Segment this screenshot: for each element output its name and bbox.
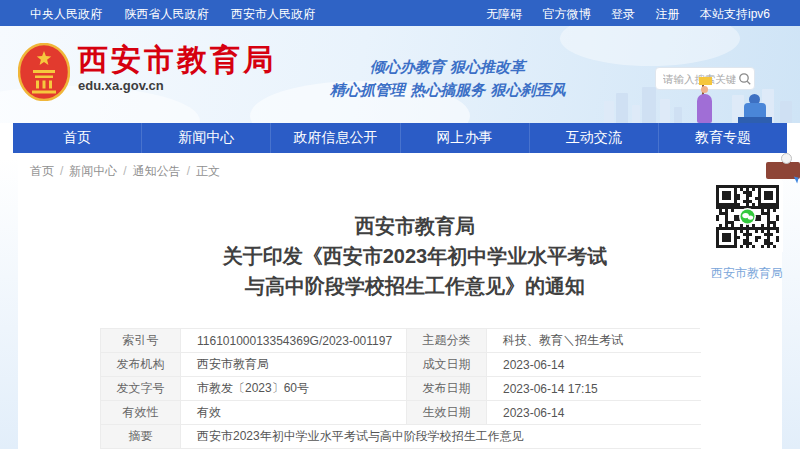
site-logo[interactable]: 西安市教育局 edu.xa.gov.cn — [18, 43, 276, 105]
meta-value: 有效 — [181, 401, 407, 425]
qr-caption: 西安市教育局 — [711, 265, 783, 282]
topbar-right-links: 无障碍 官方微博 登录 注册 本站支持ipv6 — [470, 4, 770, 23]
article-title-line-2: 关于印发《西安市2023年初中学业水平考试 — [100, 241, 730, 271]
meta-label-summary: 摘要 — [101, 425, 181, 449]
breadcrumb-separator: / — [123, 164, 126, 178]
article-title-line-1: 西安市教育局 — [100, 211, 730, 241]
meta-value: 科技、教育＼招生考试 — [487, 329, 701, 353]
topbar-link-ipv6[interactable]: 本站支持ipv6 — [700, 7, 770, 21]
meta-label: 成文日期 — [407, 353, 487, 377]
nav-item-special-topics[interactable]: 教育专题 — [658, 123, 787, 153]
site-url: edu.xa.gov.cn — [78, 78, 276, 93]
breadcrumb-news[interactable]: 新闻中心 — [69, 164, 117, 178]
logo-text: 西安市教育局 edu.xa.gov.cn — [78, 43, 276, 93]
meta-value: 2023-06-14 — [487, 353, 701, 377]
article-title-line-3: 与高中阶段学校招生工作意见》的通知 — [100, 271, 730, 301]
topbar-left-links: 中央人民政府 陕西省人民政府 西安市人民政府 — [30, 4, 333, 23]
topbar-link-xian-gov[interactable]: 西安市人民政府 — [231, 7, 315, 21]
meta-value: 2023-06-14 — [487, 401, 701, 425]
meta-label: 发文字号 — [101, 377, 181, 401]
national-emblem-icon — [18, 43, 70, 105]
breadcrumb: 首页/新闻中心/通知公告/正文 — [30, 163, 220, 180]
site-name: 西安市教育局 — [78, 43, 276, 77]
nav-item-online-services[interactable]: 网上办事 — [400, 123, 529, 153]
breadcrumb-notices[interactable]: 通知公告 — [133, 164, 181, 178]
main-nav: 首页 新闻中心 政府信息公开 网上办事 互动交流 教育专题 — [13, 123, 787, 153]
meta-label: 生效日期 — [407, 401, 487, 425]
topbar-link-login[interactable]: 登录 — [611, 7, 635, 21]
meta-label: 有效性 — [101, 401, 181, 425]
breadcrumb-separator: / — [187, 164, 190, 178]
meta-table: 索引号 11610100013354369G/2023-001197 主题分类 … — [100, 328, 700, 449]
breadcrumb-home[interactable]: 首页 — [30, 164, 54, 178]
topbar: 中央人民政府 陕西省人民政府 西安市人民政府 无障碍 官方微博 登录 注册 本站… — [0, 0, 800, 26]
topbar-link-weibo[interactable]: 官方微博 — [543, 7, 591, 21]
qr-code — [712, 181, 783, 252]
widget-arrow-icon — [792, 176, 798, 183]
meta-label: 主题分类 — [407, 329, 487, 353]
nav-item-interaction[interactable]: 互动交流 — [529, 123, 658, 153]
qr-panel: 西安市教育局 — [711, 181, 783, 282]
meta-value: 市教发〔2023〕60号 — [181, 377, 407, 401]
topbar-link-central-gov[interactable]: 中央人民政府 — [30, 7, 102, 21]
banner-illustration — [590, 73, 800, 123]
breadcrumb-separator: / — [60, 164, 63, 178]
meta-value: 西安市教育局 — [181, 353, 407, 377]
meta-value: 11610100013354369G/2023-001197 — [181, 329, 407, 353]
slogan-line-1: 倾心办教育 狠心推改革 — [330, 56, 565, 79]
meta-label: 发布日期 — [407, 377, 487, 401]
widget-close-icon[interactable] — [781, 153, 792, 164]
topbar-link-accessibility[interactable]: 无障碍 — [486, 7, 522, 21]
nav-item-home[interactable]: 首页 — [13, 123, 141, 153]
article-title: 西安市教育局 关于印发《西安市2023年初中学业水平考试 与高中阶段学校招生工作… — [100, 211, 730, 301]
header-banner: 西安市教育局 edu.xa.gov.cn 倾心办教育 狠心推改革 精心抓管理 热… — [0, 26, 800, 123]
topbar-link-register[interactable]: 注册 — [656, 7, 680, 21]
page: 中央人民政府 陕西省人民政府 西安市人民政府 无障碍 官方微博 登录 注册 本站… — [0, 0, 800, 449]
topbar-link-shaanxi-gov[interactable]: 陕西省人民政府 — [124, 7, 208, 21]
nav-item-news[interactable]: 新闻中心 — [141, 123, 270, 153]
slogan: 倾心办教育 狠心推改革 精心抓管理 热心搞服务 狠心刹歪风 — [330, 56, 565, 102]
meta-value-summary: 西安市2023年初中学业水平考试与高中阶段学校招生工作意见 — [181, 425, 701, 449]
cloud-decoration — [560, 26, 740, 66]
meta-label: 索引号 — [101, 329, 181, 353]
meta-label: 发布机构 — [101, 353, 181, 377]
nav-item-gov-info[interactable]: 政府信息公开 — [270, 123, 399, 153]
slogan-line-2: 精心抓管理 热心搞服务 狠心刹歪风 — [330, 79, 565, 102]
breadcrumb-current: 正文 — [196, 164, 220, 178]
meta-value: 2023-06-14 17:15 — [487, 377, 701, 401]
